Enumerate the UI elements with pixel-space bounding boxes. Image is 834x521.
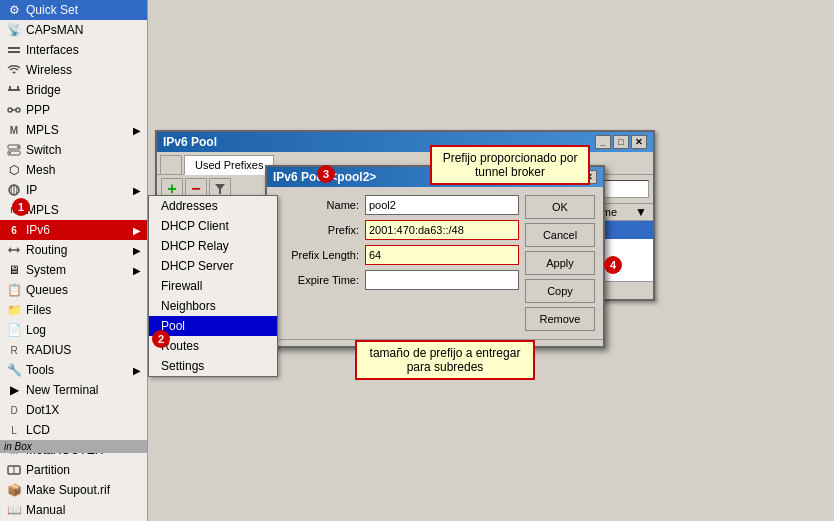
tab-used-prefixes[interactable]: Used Prefixes bbox=[184, 155, 274, 175]
prefix-length-label: Prefix Length: bbox=[275, 249, 365, 261]
quickset-icon: ⚙ bbox=[6, 2, 22, 18]
ppp-icon bbox=[6, 102, 22, 118]
ipv6-pool-title: IPv6 Pool bbox=[163, 135, 217, 149]
badge-4: 4 bbox=[604, 256, 622, 274]
sidebar-item-partition[interactable]: Partition bbox=[0, 460, 147, 480]
wireless-icon bbox=[6, 62, 22, 78]
system-icon: 🖥 bbox=[6, 262, 22, 278]
svg-rect-1 bbox=[8, 51, 20, 53]
close-button[interactable]: ✕ bbox=[631, 135, 647, 149]
badge-3: 3 bbox=[317, 165, 335, 183]
svg-marker-17 bbox=[8, 247, 11, 253]
dialog-buttons: OK Cancel Apply Copy Remove bbox=[525, 195, 595, 331]
sidebar-item-quickset[interactable]: ⚙ Quick Set bbox=[0, 0, 147, 20]
ctx-firewall[interactable]: Firewall bbox=[149, 276, 277, 296]
name-input[interactable] bbox=[365, 195, 519, 215]
sidebar-item-routing[interactable]: Routing ▶ bbox=[0, 240, 147, 260]
bridge-icon bbox=[6, 82, 22, 98]
sidebar: ⚙ Quick Set 📡 CAPsMAN Interfaces Wireles… bbox=[0, 0, 148, 521]
expire-row: Expire Time: bbox=[275, 270, 519, 290]
expire-input[interactable] bbox=[365, 270, 519, 290]
mesh-icon: ⬡ bbox=[6, 162, 22, 178]
remove-button[interactable]: Remove bbox=[525, 307, 595, 331]
sidebar-item-ppp[interactable]: PPP bbox=[0, 100, 147, 120]
sidebar-item-files[interactable]: 📁 Files bbox=[0, 300, 147, 320]
capsman-icon: 📡 bbox=[6, 22, 22, 38]
tab-main[interactable] bbox=[160, 155, 182, 174]
maximize-button[interactable]: □ bbox=[613, 135, 629, 149]
newterminal-icon: ▶ bbox=[6, 382, 22, 398]
copy-button[interactable]: Copy bbox=[525, 279, 595, 303]
sidebar-item-lcd[interactable]: L LCD bbox=[0, 420, 147, 440]
name-label: Name: bbox=[275, 199, 365, 211]
ctx-settings[interactable]: Settings bbox=[149, 356, 277, 376]
manual-icon: 📖 bbox=[6, 502, 22, 518]
apply-button[interactable]: Apply bbox=[525, 251, 595, 275]
svg-point-10 bbox=[17, 146, 19, 148]
prefix-row: Prefix: bbox=[275, 220, 519, 240]
prefix-label: Prefix: bbox=[275, 224, 365, 236]
prefix-length-row: Prefix Length: bbox=[275, 245, 519, 265]
sidebar-item-tools[interactable]: 🔧 Tools ▶ bbox=[0, 360, 147, 380]
sidebar-item-newterminal[interactable]: ▶ New Terminal bbox=[0, 380, 147, 400]
ip-icon bbox=[6, 182, 22, 198]
prefix-input[interactable] bbox=[365, 220, 519, 240]
sidebar-item-radius[interactable]: R RADIUS bbox=[0, 340, 147, 360]
pool-form: Name: Prefix: Prefix Length: Expire Time… bbox=[275, 195, 519, 331]
sidebar-item-capsman[interactable]: 📡 CAPsMAN bbox=[0, 20, 147, 40]
mpls-arrow: ▶ bbox=[133, 125, 141, 136]
svg-point-11 bbox=[9, 152, 11, 154]
sidebar-item-makesupout[interactable]: 📦 Make Supout.rif bbox=[0, 480, 147, 500]
badge-2: 2 bbox=[152, 330, 170, 348]
ctx-dhcprelay[interactable]: DHCP Relay bbox=[149, 236, 277, 256]
context-menu: Addresses DHCP Client DHCP Relay DHCP Se… bbox=[148, 195, 278, 377]
log-icon: 📄 bbox=[6, 322, 22, 338]
ipv6-icon: 6 bbox=[6, 222, 22, 238]
name-row: Name: bbox=[275, 195, 519, 215]
svg-point-5 bbox=[8, 108, 12, 112]
routing-arrow: ▶ bbox=[133, 245, 141, 256]
prefix-length-input[interactable] bbox=[365, 245, 519, 265]
ctx-dhcpclient[interactable]: DHCP Client bbox=[149, 216, 277, 236]
ok-button[interactable]: OK bbox=[525, 195, 595, 219]
window-controls: _ □ ✕ bbox=[595, 135, 647, 149]
sidebar-item-ipv6[interactable]: 6 IPv6 ▶ bbox=[0, 220, 147, 240]
inbox-label: in Box bbox=[0, 440, 148, 453]
col-scroll: ▼ bbox=[635, 205, 649, 219]
minimize-button[interactable]: _ bbox=[595, 135, 611, 149]
svg-point-6 bbox=[16, 108, 20, 112]
sidebar-item-wireless[interactable]: Wireless bbox=[0, 60, 147, 80]
tooltip-tunnel: Prefijo proporcionado por tunnel broker bbox=[430, 145, 590, 185]
routing-icon bbox=[6, 242, 22, 258]
tools-arrow: ▶ bbox=[133, 365, 141, 376]
ipv6-arrow: ▶ bbox=[133, 225, 141, 236]
partition-icon bbox=[6, 462, 22, 478]
sidebar-item-interfaces[interactable]: Interfaces bbox=[0, 40, 147, 60]
queues-icon: 📋 bbox=[6, 282, 22, 298]
files-icon: 📁 bbox=[6, 302, 22, 318]
sidebar-item-queues[interactable]: 📋 Queues bbox=[0, 280, 147, 300]
ctx-neighbors[interactable]: Neighbors bbox=[149, 296, 277, 316]
sidebar-item-ip[interactable]: IP ▶ bbox=[0, 180, 147, 200]
sidebar-item-log[interactable]: 📄 Log bbox=[0, 320, 147, 340]
sidebar-item-bridge[interactable]: Bridge bbox=[0, 80, 147, 100]
sidebar-item-manual[interactable]: 📖 Manual bbox=[0, 500, 147, 520]
ctx-dhcpserver[interactable]: DHCP Server bbox=[149, 256, 277, 276]
sidebar-item-mesh[interactable]: ⬡ Mesh bbox=[0, 160, 147, 180]
interfaces-icon bbox=[6, 42, 22, 58]
svg-rect-0 bbox=[8, 47, 20, 49]
sidebar-item-dot1x[interactable]: D Dot1X bbox=[0, 400, 147, 420]
svg-rect-4 bbox=[17, 86, 19, 91]
sidebar-item-mpls[interactable]: M MPLS ▶ bbox=[0, 120, 147, 140]
badge-1: 1 bbox=[12, 198, 30, 216]
sidebar-item-system[interactable]: 🖥 System ▶ bbox=[0, 260, 147, 280]
switch-icon bbox=[6, 142, 22, 158]
lcd-icon: L bbox=[6, 422, 22, 438]
system-arrow: ▶ bbox=[133, 265, 141, 276]
pool-dialog: IPv6 Pool <pool2> _ ✕ Name: Prefix: Pref… bbox=[265, 165, 605, 348]
svg-rect-3 bbox=[9, 86, 11, 91]
ctx-addresses[interactable]: Addresses bbox=[149, 196, 277, 216]
ip-arrow: ▶ bbox=[133, 185, 141, 196]
sidebar-item-switch[interactable]: Switch bbox=[0, 140, 147, 160]
cancel-button[interactable]: Cancel bbox=[525, 223, 595, 247]
